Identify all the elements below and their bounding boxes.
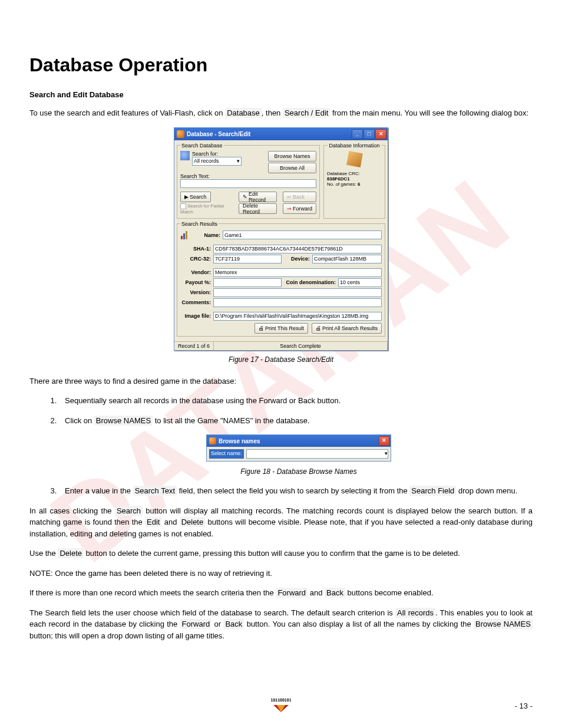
titlebar: Database - Search/Edit _ □ ✕ xyxy=(174,128,388,140)
legend-results: Search Results xyxy=(180,221,219,227)
maximize-button[interactable]: □ xyxy=(363,129,375,139)
list-item-1: Sequentially search all records in the d… xyxy=(59,395,533,407)
status-record: Record 1 of 6 xyxy=(174,342,214,350)
para-fwdback: If there is more than one record which m… xyxy=(29,587,533,599)
search-text-input[interactable] xyxy=(180,179,316,188)
search-button[interactable]: ▶ Search xyxy=(180,192,211,202)
hi-browse-names: Browse NAMES xyxy=(94,416,153,426)
search-for-select[interactable]: All records▾ xyxy=(192,157,242,166)
find-intro: There are three ways to find a desired g… xyxy=(29,375,533,387)
back-button[interactable]: ⇐ Back xyxy=(283,192,316,202)
vendor-field[interactable]: Memorex xyxy=(213,268,382,277)
legend-db-info: Database Information xyxy=(328,143,381,149)
delete-record-button[interactable]: Delete Record xyxy=(239,203,277,214)
print-this-button[interactable]: 🖨 Print This Result xyxy=(254,323,308,334)
legend-search-db: Search Database xyxy=(180,143,224,149)
db-crc-value: 838F6DC1 xyxy=(327,176,350,182)
app-icon xyxy=(177,130,184,138)
dialog-browse-names: Browse names ✕ Select name: ▾ xyxy=(206,434,391,462)
version-field[interactable] xyxy=(213,288,382,297)
label-search-text: Search Text: xyxy=(180,173,210,179)
print-all-button[interactable]: 🖨 Print All Search Results xyxy=(312,323,382,334)
close-button[interactable]: ✕ xyxy=(375,129,386,139)
device-field[interactable]: CompactFlash 128MB xyxy=(312,255,382,263)
status-bar: Record 1 of 6 Search Complete xyxy=(174,341,388,350)
footer-logo: 11011001011 xyxy=(0,697,562,716)
browse-all-button[interactable]: Browse All xyxy=(268,163,316,173)
hi-database: Database xyxy=(225,108,262,118)
browse-names-button[interactable]: Browse Names xyxy=(268,151,316,162)
hi-search-edit: Search / Edit xyxy=(283,108,330,118)
page-number: - 13 - xyxy=(515,701,533,710)
para-searchfield: The Search field lets the user choose wh… xyxy=(29,607,533,642)
payout-field[interactable] xyxy=(213,278,282,287)
list-item-3: Enter a value in the Search Text field, … xyxy=(59,485,533,497)
window-title: Browse names xyxy=(219,437,379,446)
status-message: Search Complete xyxy=(214,342,388,350)
search-icon xyxy=(180,151,190,160)
coin-field[interactable]: 10 cents xyxy=(338,278,382,287)
para-search: In all cases clicking the Search button … xyxy=(29,505,533,540)
name-field[interactable]: Game1 xyxy=(223,230,382,239)
dialog-search-edit: Database - Search/Edit _ □ ✕ Search Data… xyxy=(174,127,388,351)
hi-search-field: Search Field xyxy=(409,486,456,496)
minimize-button[interactable]: _ xyxy=(352,129,363,139)
figure-caption-18: Figure 18 - Database Browse Names xyxy=(65,466,533,477)
image-file-field[interactable]: D:\Program Files\ValiFlash\ValiFlashImag… xyxy=(213,312,382,321)
figure-caption-17: Figure 17 - Database Search/Edit xyxy=(29,355,533,364)
forward-button[interactable]: ⇒ Forward xyxy=(283,203,316,214)
select-name-label: Select name: xyxy=(209,449,244,459)
page-title: Database Operation xyxy=(29,54,533,76)
edit-record-button[interactable]: ✎ Edit Record xyxy=(239,192,277,202)
comments-field[interactable] xyxy=(213,298,382,307)
sha1-field[interactable]: CD5F783BAD73B886734AC6A73444DE579E79861D xyxy=(213,245,382,253)
section-heading: Search and Edit Database xyxy=(29,90,533,99)
app-icon xyxy=(209,437,216,444)
window-title: Database - Search/Edit xyxy=(187,131,352,137)
close-button[interactable]: ✕ xyxy=(379,436,389,446)
chart-icon xyxy=(180,230,190,240)
num-games-value: 6 xyxy=(358,182,360,187)
hi-search-text: Search Text xyxy=(133,486,177,496)
partial-checkbox[interactable] xyxy=(180,203,186,209)
label-search-for: Search for: xyxy=(192,151,218,157)
para-note: NOTE: Once the game has been deleted the… xyxy=(29,568,533,579)
crc32-field[interactable]: 7CF27119 xyxy=(213,255,282,263)
database-icon xyxy=(346,151,363,167)
svg-text:11011001011: 11011001011 xyxy=(271,698,291,702)
para-delete: Use the Delete button to delete the curr… xyxy=(29,548,533,559)
intro-paragraph: To use the search and edit features of V… xyxy=(29,107,533,119)
list-item-2: Click on Browse NAMES to list all the Ga… xyxy=(59,415,533,477)
